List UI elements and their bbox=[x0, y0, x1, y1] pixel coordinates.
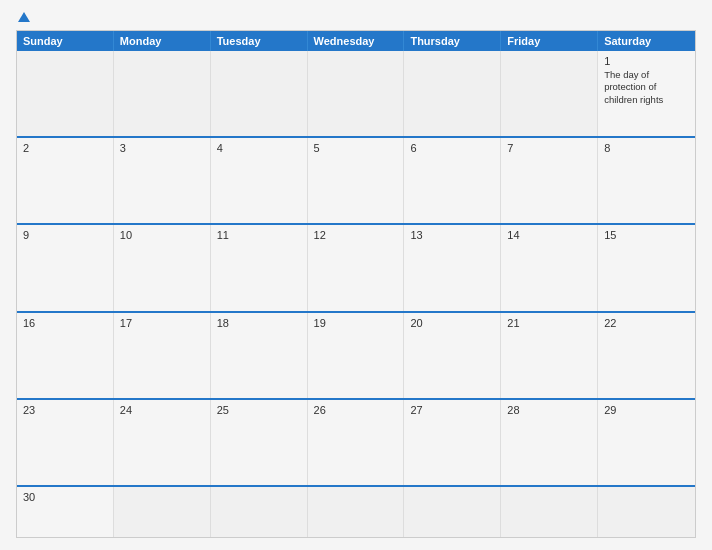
day-event: The day of protection of children rights bbox=[604, 69, 689, 106]
day-cell: 9 bbox=[17, 225, 114, 310]
day-cell: 2 bbox=[17, 138, 114, 223]
day-cell: 8 bbox=[598, 138, 695, 223]
day-number: 3 bbox=[120, 142, 204, 154]
day-cell bbox=[501, 51, 598, 136]
day-header-sunday: Sunday bbox=[17, 31, 114, 51]
day-number: 5 bbox=[314, 142, 398, 154]
day-number: 24 bbox=[120, 404, 204, 416]
day-number: 4 bbox=[217, 142, 301, 154]
day-number: 28 bbox=[507, 404, 591, 416]
week-row-2: 9101112131415 bbox=[17, 223, 695, 310]
day-cell bbox=[211, 51, 308, 136]
day-header-thursday: Thursday bbox=[404, 31, 501, 51]
day-cell bbox=[114, 487, 211, 537]
day-cell bbox=[308, 51, 405, 136]
logo bbox=[16, 12, 30, 22]
day-cell: 20 bbox=[404, 313, 501, 398]
day-cell: 4 bbox=[211, 138, 308, 223]
day-number: 7 bbox=[507, 142, 591, 154]
day-cell: 12 bbox=[308, 225, 405, 310]
logo-triangle-icon bbox=[18, 12, 30, 22]
day-number: 1 bbox=[604, 55, 689, 67]
day-number: 23 bbox=[23, 404, 107, 416]
page: SundayMondayTuesdayWednesdayThursdayFrid… bbox=[0, 0, 712, 550]
day-cell: 25 bbox=[211, 400, 308, 485]
weeks: 1The day of protection of children right… bbox=[17, 51, 695, 485]
day-number: 16 bbox=[23, 317, 107, 329]
day-cell bbox=[404, 487, 501, 537]
day-number: 26 bbox=[314, 404, 398, 416]
day-number: 27 bbox=[410, 404, 494, 416]
day-cell: 17 bbox=[114, 313, 211, 398]
day-header-friday: Friday bbox=[501, 31, 598, 51]
day-number: 14 bbox=[507, 229, 591, 241]
calendar: SundayMondayTuesdayWednesdayThursdayFrid… bbox=[16, 30, 696, 538]
day-cell bbox=[114, 51, 211, 136]
day-cell bbox=[211, 487, 308, 537]
day-cell: 30 bbox=[17, 487, 114, 537]
day-cell: 5 bbox=[308, 138, 405, 223]
day-cell: 28 bbox=[501, 400, 598, 485]
day-header-saturday: Saturday bbox=[598, 31, 695, 51]
day-number: 22 bbox=[604, 317, 689, 329]
day-cell: 18 bbox=[211, 313, 308, 398]
day-cell: 6 bbox=[404, 138, 501, 223]
day-cell: 23 bbox=[17, 400, 114, 485]
day-cell: 3 bbox=[114, 138, 211, 223]
day-number: 13 bbox=[410, 229, 494, 241]
day-cell bbox=[404, 51, 501, 136]
header bbox=[16, 12, 696, 22]
day-cell: 10 bbox=[114, 225, 211, 310]
day-number: 29 bbox=[604, 404, 689, 416]
day-cell: 29 bbox=[598, 400, 695, 485]
week-row-1: 2345678 bbox=[17, 136, 695, 223]
day-cell bbox=[598, 487, 695, 537]
day-cell: 13 bbox=[404, 225, 501, 310]
day-cell bbox=[17, 51, 114, 136]
day-number: 25 bbox=[217, 404, 301, 416]
day-number: 6 bbox=[410, 142, 494, 154]
day-cell: 19 bbox=[308, 313, 405, 398]
day-header-tuesday: Tuesday bbox=[211, 31, 308, 51]
day-cell bbox=[501, 487, 598, 537]
day-cell: 14 bbox=[501, 225, 598, 310]
day-number: 10 bbox=[120, 229, 204, 241]
day-header-wednesday: Wednesday bbox=[308, 31, 405, 51]
day-number: 30 bbox=[23, 491, 107, 503]
day-cell: 21 bbox=[501, 313, 598, 398]
day-cell: 11 bbox=[211, 225, 308, 310]
day-cell: 27 bbox=[404, 400, 501, 485]
day-cell: 26 bbox=[308, 400, 405, 485]
day-cell: 1The day of protection of children right… bbox=[598, 51, 695, 136]
day-number: 17 bbox=[120, 317, 204, 329]
day-number: 18 bbox=[217, 317, 301, 329]
day-header-monday: Monday bbox=[114, 31, 211, 51]
week-row-0: 1The day of protection of children right… bbox=[17, 51, 695, 136]
day-number: 9 bbox=[23, 229, 107, 241]
week-row-4: 23242526272829 bbox=[17, 398, 695, 485]
day-number: 8 bbox=[604, 142, 689, 154]
day-number: 12 bbox=[314, 229, 398, 241]
day-number: 11 bbox=[217, 229, 301, 241]
day-cell: 16 bbox=[17, 313, 114, 398]
day-number: 20 bbox=[410, 317, 494, 329]
day-cell bbox=[308, 487, 405, 537]
day-number: 21 bbox=[507, 317, 591, 329]
day-cell: 7 bbox=[501, 138, 598, 223]
day-number: 19 bbox=[314, 317, 398, 329]
day-cell: 15 bbox=[598, 225, 695, 310]
day-number: 2 bbox=[23, 142, 107, 154]
day-headers: SundayMondayTuesdayWednesdayThursdayFrid… bbox=[17, 31, 695, 51]
day-number: 15 bbox=[604, 229, 689, 241]
last-week-row: 30 bbox=[17, 485, 695, 537]
week-row-3: 16171819202122 bbox=[17, 311, 695, 398]
day-cell: 22 bbox=[598, 313, 695, 398]
day-cell: 24 bbox=[114, 400, 211, 485]
